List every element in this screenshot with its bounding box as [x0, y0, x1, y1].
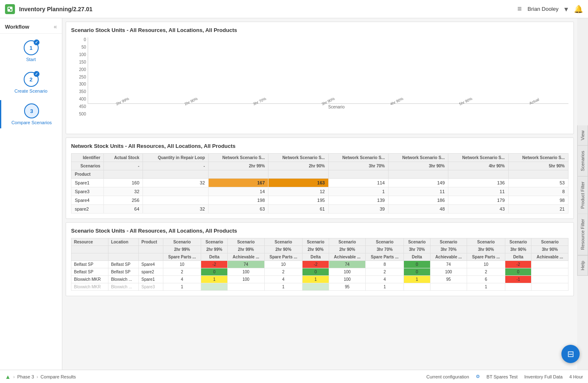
td-bloxwich-loc-2: Bloxwich ...: [108, 283, 139, 291]
th-inv-spare-2: Spare Parts ...: [264, 253, 303, 261]
th-2hr90-b: 2hr 90%: [303, 246, 329, 253]
td-spare4-1: Spare4: [139, 261, 163, 268]
menu-icon[interactable]: ≡: [517, 5, 522, 13]
sidebar-title: Workflow: [5, 24, 29, 30]
th-inv-delta-1: Delta: [201, 253, 228, 261]
th-net-scen3: Network Scenario S...: [328, 154, 388, 162]
bar-4hr90: 4hr 90%: [367, 98, 427, 103]
th-scen-4-2: Scenario: [505, 238, 531, 246]
table2-section: Scenario Stock Units - All Resources, Al…: [66, 222, 574, 296]
bar-3hr90: 3hr 90%: [298, 98, 358, 103]
product-spare3: Spare3: [71, 187, 104, 196]
breadcrumb-separator2: ›: [37, 374, 38, 379]
bars-container: 2hr 99% 2hr 90% 3hr 70% 3hr 90%: [88, 37, 568, 104]
check-icon-2: ✓: [34, 71, 39, 77]
th-identifier: Identifier: [71, 154, 104, 162]
th-3hr90: 3hr 90%: [388, 162, 448, 170]
th-scen-3-3: Scenario: [430, 238, 467, 246]
th-dash2: -: [143, 162, 209, 170]
th-5hr90: 5hr 90%: [508, 162, 568, 170]
th-2hr99-b: 2hr 99%: [201, 246, 228, 253]
workflow-label-start: Start: [26, 57, 36, 62]
y-axis: 500 450 400 350 300 250 200 150 100 50 0: [71, 37, 86, 116]
tab-view[interactable]: View: [577, 125, 588, 146]
th-net-scen5: Network Scenario S...: [448, 154, 508, 162]
th-inv-ach-2: Achievable ...: [329, 253, 366, 261]
sidebar-item-start[interactable]: 1 ✓ Start: [0, 37, 62, 65]
table-row: Belfast SP Belfast SP Spare4 10 -2 74 10…: [71, 261, 568, 268]
sidebar-header: Workflow «: [0, 23, 62, 34]
table-row: Spare4 256 198 195 139 186 179 98: [71, 196, 568, 205]
breadcrumb-phase3: Phase 3: [17, 374, 34, 379]
product-spare2: spare2: [71, 205, 104, 214]
th-3hr90-b: 3hr 90%: [505, 246, 531, 253]
inventory-label: Inventory Full Data: [524, 374, 563, 379]
chart-section-1: Scenario Stock Units - All Resources, Al…: [66, 22, 574, 134]
sidebar-item-create-scenario[interactable]: 2 ✓ Create Scenario: [0, 69, 62, 97]
th-product: Product: [139, 238, 163, 246]
th-inv-ach-3: Achievable ...: [430, 253, 467, 261]
td-bloxwich-loc-1: Bloxwich ...: [108, 276, 139, 283]
td-belfast-loc-1: Belfast SP: [108, 261, 139, 268]
svg-rect-2: [10, 9, 12, 11]
chevron-down-icon[interactable]: ▾: [564, 5, 568, 14]
th-resource: Resource: [71, 238, 108, 246]
th-2hr90-a: 2hr 90%: [264, 246, 303, 253]
statusbar-info: Current configuration ⚙ BT Spares Test I…: [426, 374, 583, 379]
th-inv-ach-4: Achievable ...: [531, 253, 568, 261]
chart1-title: Scenario Stock Units - All Resources, Al…: [71, 27, 568, 33]
th-2hr99: 2hr 99%: [209, 162, 268, 170]
th-inv-delta-2: Delta: [303, 253, 329, 261]
th-inv-spare-1: Spare Parts ...: [163, 253, 201, 261]
statusbar: ▲ › Phase 3 › Compare Results Current co…: [0, 370, 588, 383]
table-row: Spare1 160 32 167 163 114 149 136 53: [71, 179, 568, 187]
tab-resource-filter[interactable]: Resource Filter: [577, 214, 588, 255]
table-row: Belfast SP Belfast SP spare2 2 0 100 2 0…: [71, 268, 568, 276]
th-inv-spare-3: Spare Parts ...: [366, 253, 404, 261]
config-value: BT Spares Test: [487, 374, 518, 379]
th-scen-1-3: Scenario: [228, 238, 265, 246]
workflow-circle-2: 2 ✓: [24, 72, 39, 87]
th-2hr99-c: 2hr 99%: [228, 246, 265, 253]
x-axis-label: Scenario: [104, 105, 568, 109]
th-3hr90-a: 3hr 90%: [467, 246, 505, 253]
table2-title: Scenario Stock Units - All Resources, Al…: [71, 228, 568, 234]
td-spare3-1: Spare3: [139, 283, 163, 291]
product-spare4: Spare4: [71, 196, 104, 205]
table1-title: Network Stock Units - All Resources, All…: [71, 143, 568, 149]
th-scen-2-1: Scenario: [264, 238, 303, 246]
bell-icon[interactable]: 🔔: [574, 5, 583, 14]
tab-scenarios[interactable]: Scenarios: [577, 146, 588, 177]
th-inv-spare-4: Spare Parts ...: [467, 253, 505, 261]
th-scenarios: Scenarios: [71, 162, 104, 170]
spare1-s1: 167: [209, 179, 268, 187]
tab-help[interactable]: Help: [577, 255, 588, 276]
spare1-s2: 163: [268, 179, 328, 187]
td-belfast-loc-2: Belfast SP: [108, 268, 139, 276]
th-inv-ach-1: Achievable ...: [228, 253, 265, 261]
config-gear-icon: ⚙: [476, 374, 480, 379]
sidebar-collapse-button[interactable]: «: [54, 23, 57, 30]
td-belfast-sp-1: Belfast SP: [71, 261, 108, 268]
th-net-scen1: Network Scenario S...: [209, 154, 268, 162]
sidebar-item-compare-scenarios[interactable]: 3 Compare Scenarios: [0, 100, 62, 128]
app-title: Inventory Planning/2.27.01: [19, 6, 93, 12]
th-3hr70: 3hr 70%: [328, 162, 388, 170]
scenario-stock-table: Resource Location Product Scenario Scena…: [71, 238, 568, 291]
breadcrumb-separator1: ›: [13, 374, 15, 379]
th-2hr99-a: 2hr 99%: [163, 246, 201, 253]
th-2hr90-c: 2hr 90%: [329, 246, 366, 253]
fab-button[interactable]: ⊟: [561, 345, 580, 363]
th-scen-4-3: Scenario: [531, 238, 568, 246]
main-content: Scenario Stock Units - All Resources, Al…: [62, 18, 577, 383]
th-location: Location: [108, 238, 139, 246]
bar-actual-label: Actual: [529, 97, 540, 106]
tab-product-filter[interactable]: Product Filter: [577, 177, 588, 214]
network-stock-table: Identifier Actual Stock Quantity in Repa…: [71, 153, 568, 214]
fab-icon: ⊟: [567, 349, 574, 359]
th-net-scen4: Network Scenario S...: [388, 154, 448, 162]
th-scen-3-2: Scenario: [404, 238, 431, 246]
topbar: Inventory Planning/2.27.01 ≡ Brian Doole…: [0, 0, 588, 18]
app-icon: [5, 4, 15, 14]
statusbar-breadcrumb: ▲ › Phase 3 › Compare Results: [5, 373, 76, 380]
